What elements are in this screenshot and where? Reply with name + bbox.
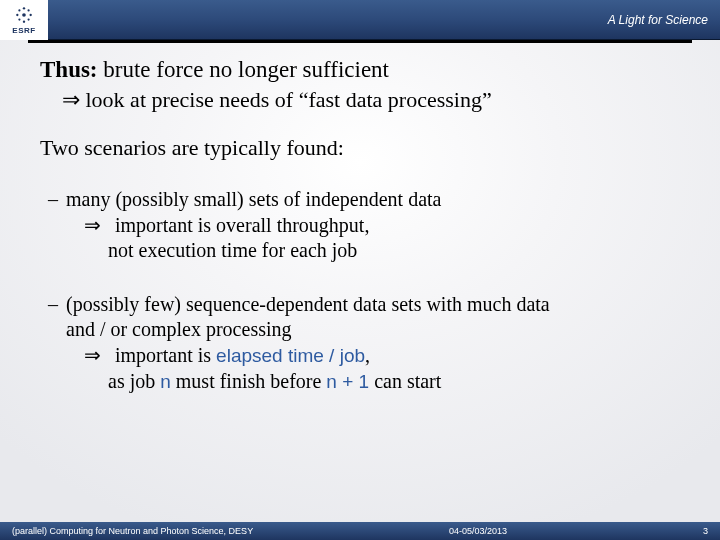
arrow-icon: ⇒ — [84, 343, 110, 369]
slide-title: Thus: brute force no longer sufficient — [40, 57, 690, 83]
bullet1-line3: not execution time for each job — [108, 238, 690, 264]
bullet2-line2: ⇒ important is elapsed time / job, — [84, 343, 690, 369]
svg-point-8 — [28, 18, 30, 20]
bullet1-line2: ⇒ important is overall throughput, — [84, 213, 690, 239]
svg-point-2 — [23, 20, 25, 22]
dash-icon: – — [48, 292, 66, 318]
bullet1-line1: many (possibly small) sets of independen… — [66, 188, 441, 210]
section-heading: Two scenarios are typically found: — [40, 135, 690, 161]
svg-point-7 — [18, 18, 20, 20]
logo-icon — [14, 5, 34, 25]
arrow-icon: ⇒ — [62, 87, 80, 112]
svg-point-1 — [23, 7, 25, 9]
logo: ESRF — [0, 0, 48, 40]
bullet2-line1: (possibly few) sequence-dependent data s… — [66, 293, 550, 315]
bullet2-line1b: and / or complex processing — [66, 317, 690, 343]
bullet-1: –many (possibly small) sets of independe… — [48, 187, 690, 264]
footer-page-number: 3 — [703, 526, 708, 536]
title-lead: Thus: — [40, 57, 98, 82]
slide-header: ESRF A Light for Science — [0, 0, 720, 40]
logo-text: ESRF — [12, 26, 35, 35]
footer-center: 04-05/03/2013 — [449, 526, 507, 536]
dash-icon: – — [48, 187, 66, 213]
highlight-elapsed: elapsed time / job — [216, 345, 365, 366]
svg-point-3 — [16, 13, 18, 15]
tagline: A Light for Science — [608, 13, 708, 27]
svg-point-4 — [30, 13, 32, 15]
slide-footer: (parallel) Computing for Neutron and Pho… — [0, 522, 720, 540]
bullet2-line3: as job n must finish before n + 1 can st… — [108, 369, 690, 395]
subline-text: look at precise needs of “fast data proc… — [80, 87, 492, 112]
title-rest: brute force no longer sufficient — [98, 57, 389, 82]
highlight-n1: n + 1 — [326, 371, 369, 392]
slide-content: Thus: brute force no longer sufficient ⇒… — [0, 43, 720, 394]
bullet-2: –(possibly few) sequence-dependent data … — [48, 292, 690, 394]
highlight-n: n — [160, 371, 171, 392]
svg-point-5 — [18, 9, 20, 11]
arrow-icon: ⇒ — [84, 213, 110, 239]
subline: ⇒ look at precise needs of “fast data pr… — [62, 87, 690, 113]
footer-left: (parallel) Computing for Neutron and Pho… — [12, 526, 253, 536]
svg-point-6 — [28, 9, 30, 11]
svg-point-0 — [22, 13, 26, 17]
